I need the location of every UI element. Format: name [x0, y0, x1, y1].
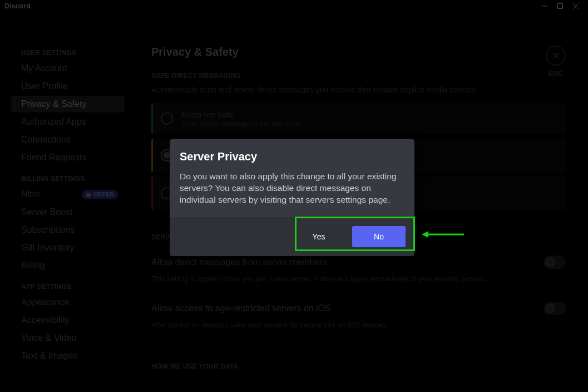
- modal-body: Do you want to also apply this change to…: [170, 165, 414, 217]
- annotation-highlight-box: [295, 217, 415, 251]
- annotation-arrow: [421, 230, 465, 241]
- modal-title: Server Privacy: [180, 150, 404, 163]
- svg-marker-11: [422, 231, 428, 238]
